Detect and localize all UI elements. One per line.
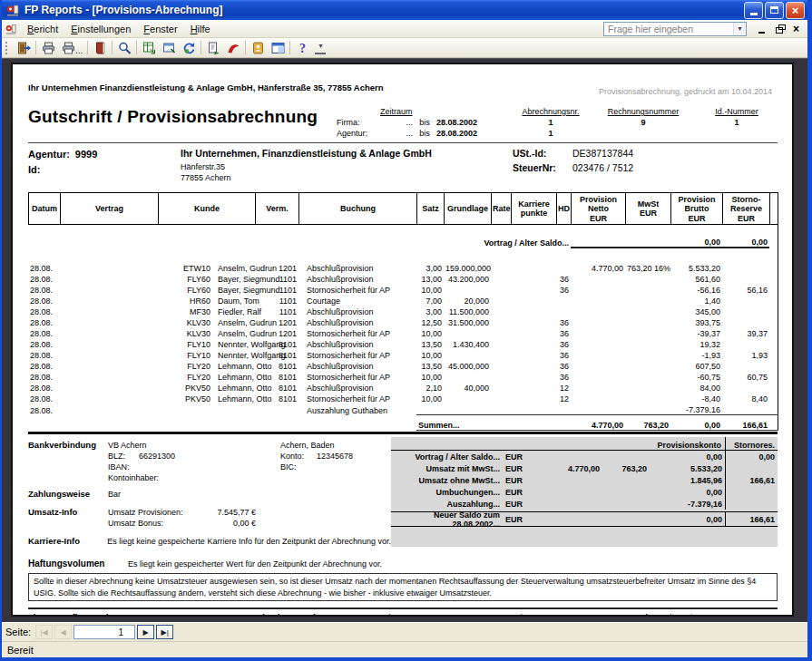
footer-hd-note: HD =Haftungsdauer in Monaten bbox=[616, 613, 731, 617]
mdi-close-button[interactable]: × bbox=[789, 23, 803, 35]
inhaber-label: Kontoinhaber: bbox=[108, 472, 280, 483]
report-footer: Finanz ProfiT Lizenz 4.0.46.1-12345 www.… bbox=[28, 608, 778, 617]
toolbar-grip[interactable] bbox=[5, 42, 10, 54]
pdf-export-icon[interactable] bbox=[223, 39, 243, 56]
table-cell: 28.08. bbox=[28, 338, 60, 349]
table-row: 28.08.KLV30Anselm, Gudrun1201Stornosiche… bbox=[28, 327, 778, 338]
table-cell bbox=[769, 360, 778, 371]
table-cell: 12,50 bbox=[416, 316, 444, 327]
minimize-button[interactable] bbox=[744, 2, 763, 19]
menu-item-hilfe[interactable]: Hilfe bbox=[184, 22, 217, 36]
table-cell: 4.770,00 bbox=[571, 262, 625, 273]
blz-label: BLZ: bbox=[108, 451, 139, 462]
maximize-button[interactable] bbox=[765, 2, 784, 19]
table-cell: 31.500,000 bbox=[444, 316, 491, 327]
menu-item-bericht[interactable]: Bericht bbox=[21, 22, 64, 36]
account-cell: EUR bbox=[505, 464, 542, 473]
export-file-icon[interactable] bbox=[203, 39, 223, 56]
prev-page-button[interactable]: ◀ bbox=[54, 625, 72, 639]
status-text: Bereit bbox=[7, 645, 34, 656]
karriere-text: Es liegt keine gespeicherte Karriere Inf… bbox=[107, 536, 391, 547]
umsatz-bonus-value: 0,00 € bbox=[201, 518, 256, 529]
minimize-icon bbox=[758, 32, 765, 34]
table-cell bbox=[511, 393, 556, 403]
account-cell: Umsatz mit MwSt... bbox=[391, 464, 505, 473]
table-cell bbox=[444, 327, 491, 338]
table-cell: Anselm, Gudrun bbox=[212, 327, 276, 338]
menu-item-einstellungen[interactable]: Einstellungen bbox=[64, 22, 137, 36]
agentur-number: 9999 bbox=[75, 149, 97, 160]
question-input[interactable]: Frage hier eingeben ▼ bbox=[603, 22, 747, 36]
table-cell: 12 bbox=[556, 382, 571, 393]
account-summary-box: Provisionskonto Stornores. Vortrag / Alt… bbox=[391, 437, 778, 547]
haftung-section: Haftungsvolumen Es liegt kein gespeicher… bbox=[28, 559, 778, 569]
sum-section: Summen... 4.770,00 763,20 0,00 166,61 bbox=[28, 415, 778, 431]
refresh-icon[interactable] bbox=[179, 39, 199, 56]
export-grid-icon[interactable] bbox=[139, 39, 159, 56]
account-cell: Auszahlung... bbox=[391, 500, 505, 509]
table-cell: Auszahlung Guthaben bbox=[298, 403, 416, 415]
next-page-button[interactable]: ▶ bbox=[137, 625, 154, 639]
col-header: Grundlage bbox=[445, 193, 492, 225]
report-preview-icon[interactable] bbox=[268, 39, 288, 56]
ust-label: USt.-Id: bbox=[513, 147, 572, 161]
first-page-button[interactable]: |◀ bbox=[35, 625, 53, 639]
table-cell: 1.430,400 bbox=[444, 338, 491, 349]
mdi-restore-button[interactable] bbox=[772, 23, 786, 35]
col-header: Provision Netto EUR bbox=[572, 193, 626, 225]
col-header: Provision Brutto EUR bbox=[671, 193, 723, 225]
close-button[interactable]: × bbox=[786, 2, 805, 19]
toolbar-options-icon[interactable]: ▼ bbox=[315, 42, 326, 54]
table-cell: 28.08. bbox=[28, 382, 60, 393]
account-row: Umsatz mit MwSt...EUR4.770,00763,205.533… bbox=[391, 462, 778, 474]
carry-label: Vortrag / Alter Saldo... bbox=[416, 225, 571, 248]
last-page-button[interactable]: ▶| bbox=[156, 625, 173, 639]
page-number-input[interactable] bbox=[73, 625, 135, 639]
print-icon[interactable] bbox=[38, 39, 58, 56]
sum-netto: 4.770,00 bbox=[571, 415, 625, 431]
toolbar: ... ? ▼ bbox=[2, 38, 807, 58]
export-window-icon[interactable] bbox=[159, 39, 179, 56]
col-header bbox=[770, 193, 778, 225]
col-header: Rate bbox=[492, 193, 512, 225]
table-cell: 10,00 bbox=[416, 349, 444, 360]
table-cell: Nennter, Wolfgang bbox=[212, 349, 276, 360]
mdi-minimize-button[interactable] bbox=[755, 23, 768, 35]
table-cell: Daum, Tom bbox=[212, 295, 276, 306]
table-cell bbox=[511, 382, 556, 393]
account-row: Vortrag / Alter Saldo...EUR0,000,00 bbox=[391, 451, 778, 462]
bank-section: Bankverbindung VB Achern Achern, Baden B… bbox=[28, 437, 391, 547]
addressbook-icon[interactable] bbox=[248, 39, 268, 56]
table-cell: Stornosicherheit für AP bbox=[298, 284, 416, 295]
table-cell bbox=[556, 295, 571, 306]
table-cell bbox=[491, 338, 511, 349]
steuer-label: SteuerNr: bbox=[513, 161, 572, 176]
menu-item-fenster[interactable]: Fenster bbox=[137, 22, 183, 36]
table-row: 28.08.PKV50Lehmann, Otto8101Abschlußprov… bbox=[28, 382, 778, 393]
footer-page-number: 1 bbox=[771, 613, 778, 617]
report-book-icon[interactable] bbox=[90, 39, 110, 56]
table-cell bbox=[625, 306, 670, 316]
umsatz-bonus-label: Umsatz Bonus: bbox=[108, 518, 201, 529]
table-cell: 2,10 bbox=[416, 382, 444, 393]
table-cell: Anselm, Gudrun bbox=[212, 262, 276, 273]
table-cell: ETW10 bbox=[60, 262, 212, 273]
table-cell: 36 bbox=[556, 360, 571, 371]
table-cell bbox=[625, 338, 670, 349]
disclaimer-box: Sollte in dieser Abrechnung keine Umsatz… bbox=[28, 573, 778, 600]
table-cell: 561,60 bbox=[670, 273, 722, 284]
table-row: 28.08.FLY10Nennter, Wolfgang8101Stornosi… bbox=[28, 349, 778, 360]
table-cell: 8101 bbox=[276, 338, 298, 349]
help-icon[interactable]: ? bbox=[292, 39, 312, 56]
table-cell: 28.08. bbox=[28, 393, 60, 403]
table-cell: 84,00 bbox=[670, 382, 722, 393]
col-header: MwSt EUR bbox=[626, 193, 671, 225]
app-menu-icon[interactable] bbox=[5, 23, 21, 35]
table-cell: 60,75 bbox=[722, 371, 769, 382]
dropdown-arrow-icon[interactable]: ▼ bbox=[733, 23, 746, 35]
zoom-icon[interactable] bbox=[114, 39, 134, 56]
table-cell: -60,75 bbox=[670, 371, 722, 382]
table-cell: Bayer, Siegmund bbox=[212, 284, 276, 295]
exit-icon[interactable] bbox=[14, 39, 34, 56]
table-cell: Bayer, Siegmund bbox=[212, 273, 276, 284]
